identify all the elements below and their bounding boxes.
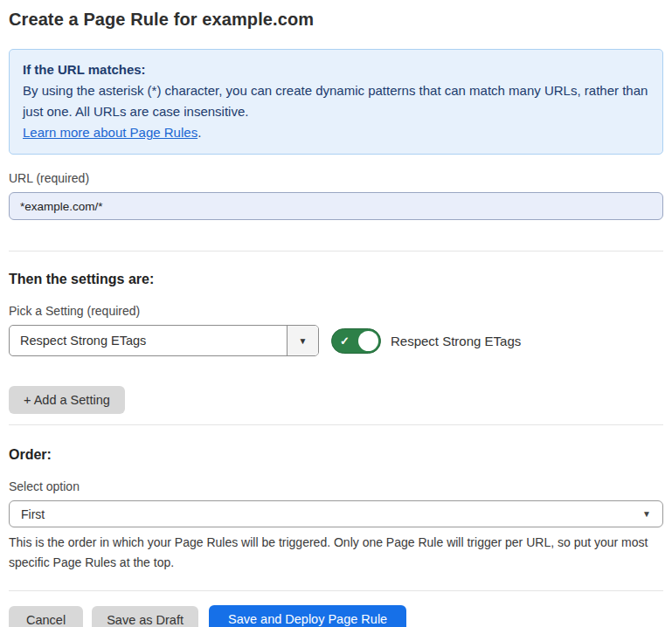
url-input[interactable]	[9, 192, 663, 220]
toggle-label: Respect Strong ETags	[391, 334, 521, 348]
info-box-heading: If the URL matches:	[23, 59, 649, 80]
order-select-label: Select option	[9, 479, 663, 493]
info-box-body: By using the asterisk (*) character, you…	[23, 80, 649, 122]
add-setting-button[interactable]: + Add a Setting	[9, 386, 125, 414]
footer-actions: Cancel Save as Draft Save and Deploy Pag…	[9, 605, 663, 627]
chevron-down-icon: ▼	[642, 509, 651, 519]
url-match-info-box: If the URL matches: By using the asteris…	[9, 49, 663, 155]
pick-setting-label: Pick a Setting (required)	[9, 304, 663, 318]
cancel-button[interactable]: Cancel	[9, 606, 83, 627]
chevron-down-icon: ▼	[299, 336, 308, 346]
setting-select[interactable]: Respect Strong ETags ▼	[9, 325, 319, 356]
setting-select-arrow-button[interactable]: ▼	[287, 326, 318, 355]
order-help-text: This is the order in which your Page Rul…	[9, 533, 660, 573]
section-divider	[9, 251, 663, 251]
save-draft-button[interactable]: Save as Draft	[92, 606, 198, 627]
save-deploy-button[interactable]: Save and Deploy Page Rule	[209, 605, 406, 627]
setting-select-value: Respect Strong ETags	[10, 326, 287, 355]
url-label: URL (required)	[9, 171, 663, 185]
check-icon: ✓	[340, 335, 350, 347]
section-divider	[9, 424, 663, 425]
learn-more-link[interactable]: Learn more about Page Rules	[23, 125, 197, 140]
footer-divider	[9, 590, 663, 591]
page-title: Create a Page Rule for example.com	[9, 10, 663, 30]
setting-row: Respect Strong ETags ▼ ✓ Respect Strong …	[9, 325, 663, 356]
toggle-knob	[358, 331, 378, 351]
settings-heading: Then the settings are:	[9, 272, 663, 287]
order-select[interactable]: First ▼	[9, 500, 663, 527]
etags-toggle[interactable]: ✓	[331, 328, 381, 354]
info-link-suffix: .	[197, 125, 201, 140]
order-heading: Order:	[9, 447, 663, 463]
order-select-value: First	[21, 507, 642, 521]
info-box-link-line: Learn more about Page Rules.	[23, 122, 649, 143]
